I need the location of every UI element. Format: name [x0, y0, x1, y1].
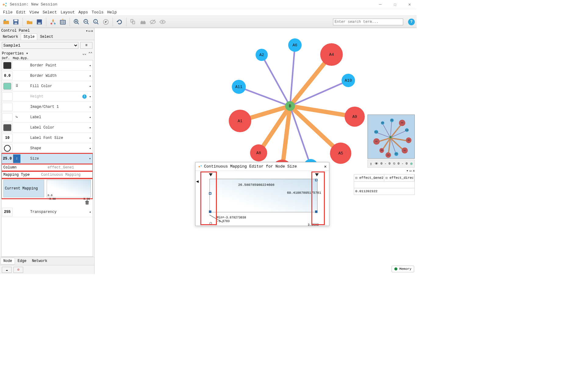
panel-dropdown-icon[interactable]: ▾ — [86, 29, 88, 33]
menu-layout[interactable]: Layout — [59, 10, 77, 15]
import-network-icon[interactable] — [49, 18, 57, 26]
zoom-in-icon[interactable] — [72, 18, 81, 26]
zoom-out-icon[interactable] — [82, 18, 91, 26]
prop-row-label-font-size[interactable]: 10Label Font Size◂ — [2, 133, 93, 143]
close-button[interactable]: ✕ — [405, 2, 414, 7]
prop-bypass[interactable] — [20, 154, 28, 163]
node-A9[interactable]: A9 — [345, 107, 365, 127]
bottom-tab-network[interactable]: Network — [29, 258, 50, 264]
menu-help[interactable]: Help — [106, 10, 119, 15]
menu-select[interactable]: Select — [41, 10, 59, 15]
cloud-icon[interactable]: ☁ — [2, 267, 12, 273]
fit-icon[interactable]: ⊕ — [410, 161, 413, 166]
current-mapping-row[interactable]: Current Mapping0.0-3.883.26 — [2, 178, 93, 199]
open-network-icon[interactable] — [25, 18, 34, 26]
prop-mapping[interactable] — [13, 72, 20, 80]
search-input[interactable] — [333, 19, 403, 25]
mapping-type-row[interactable]: Mapping TypeContinuous Mapping — [2, 171, 93, 178]
properties-dropdown-icon[interactable]: ▾ — [26, 51, 28, 56]
prop-default[interactable]: 255 — [2, 208, 13, 216]
edge-B-A2[interactable] — [261, 55, 291, 106]
node-A2[interactable]: A2 — [256, 49, 268, 61]
prop-default[interactable] — [2, 144, 13, 153]
style-menu-icon[interactable]: ≡ — [80, 42, 92, 49]
prop-mapping[interactable] — [13, 103, 20, 111]
tab-select[interactable]: Select — [37, 34, 56, 40]
prop-bypass[interactable] — [20, 103, 28, 111]
menu-apps[interactable]: Apps — [77, 10, 90, 15]
node-A11[interactable]: A11 — [232, 80, 246, 94]
open-session-icon[interactable] — [2, 18, 10, 26]
prop-bypass[interactable] — [20, 123, 28, 132]
home-icon[interactable] — [139, 18, 147, 26]
import-table-icon[interactable] — [59, 18, 67, 26]
prop-row-height[interactable]: Heighti◂ — [2, 91, 93, 102]
expand-arrow-icon[interactable]: ◂ — [87, 136, 93, 140]
menu-view[interactable]: View — [27, 10, 41, 15]
expand-arrow-icon[interactable]: ◂ — [87, 84, 93, 88]
expand-arrow-icon[interactable]: ◂ — [87, 64, 93, 67]
prop-bypass[interactable] — [20, 92, 28, 101]
panel-float-icon[interactable]: ▭ — [88, 29, 91, 33]
zoom-fit-icon[interactable]: 1 — [92, 18, 100, 26]
prop-mapping[interactable]: ↕ — [13, 154, 20, 163]
table-menu-icon[interactable]: ▾ — [406, 169, 408, 174]
refresh-icon[interactable] — [115, 18, 124, 26]
prop-row-image-chart-1[interactable]: Image/Chart 1◂ — [2, 102, 93, 112]
info-icon[interactable]: i — [82, 94, 87, 99]
table-close-icon[interactable]: ✕ — [413, 169, 415, 174]
prop-bypass[interactable] — [20, 61, 28, 70]
expand-arrow-icon[interactable]: ◂ — [87, 95, 93, 98]
eye-slash-icon[interactable]: ⦸ — [393, 162, 395, 165]
prop-bypass[interactable] — [20, 208, 28, 216]
col-effect-gene2[interactable]: ▥ effect_Gene2 — [354, 175, 384, 181]
prop-row-shape[interactable]: Shape◂ — [2, 143, 93, 154]
memory-button[interactable]: Memory — [392, 266, 414, 272]
prop-mapping[interactable] — [13, 123, 20, 132]
prop-bypass[interactable] — [20, 144, 28, 153]
prop-bypass[interactable] — [20, 82, 28, 90]
prop-mapping[interactable] — [13, 208, 20, 216]
prop-default[interactable] — [2, 92, 13, 101]
prop-default[interactable] — [2, 103, 13, 111]
bottom-tab-node[interactable]: Node — [1, 258, 15, 264]
node-A10[interactable]: A10 — [342, 74, 355, 87]
tab-style[interactable]: Style — [21, 34, 37, 40]
prop-row-transparency[interactable]: 255Transparency◂ — [2, 207, 93, 217]
minimize-button[interactable]: — — [376, 2, 385, 7]
prop-default[interactable] — [2, 82, 13, 90]
expand-arrow-icon[interactable]: ◂ — [87, 126, 93, 129]
prop-default[interactable]: 25.0 — [2, 154, 13, 163]
prop-default[interactable] — [2, 123, 13, 132]
menu-tools[interactable]: Tools — [90, 10, 106, 15]
expand-arrow-icon[interactable]: ◂ — [87, 74, 93, 78]
collapse-all-icon[interactable]: ⌄⌄ — [82, 52, 86, 55]
node-A4[interactable]: A4 — [320, 43, 343, 66]
prop-row-size[interactable]: 25.0↕Size▾ — [2, 154, 93, 164]
prop-default[interactable] — [2, 61, 13, 70]
prop-default[interactable] — [2, 113, 13, 122]
prop-mapping[interactable] — [13, 61, 20, 70]
col-effect-direction[interactable]: ▥ effect_direction_Gen — [384, 175, 414, 181]
bottom-tab-edge[interactable]: Edge — [15, 258, 29, 264]
edge-B-A11[interactable] — [238, 86, 290, 107]
stop-icon[interactable]: ⊘ — [13, 267, 23, 273]
prop-default[interactable]: 10 — [2, 134, 13, 142]
apply-layout-icon[interactable] — [102, 18, 110, 26]
prop-mapping[interactable]: ⠿ — [13, 82, 20, 90]
prop-bypass[interactable] — [20, 113, 28, 122]
expand-arrow-icon[interactable]: ◂ — [87, 105, 93, 109]
network-view[interactable]: BA1A2A3A4A5A6A7A8A9A10A11 BA1A2A3A4A5A6A… — [95, 28, 417, 274]
mapping-column-row[interactable]: Columneffect_Gene1 — [2, 164, 93, 171]
prop-default[interactable]: 0.0 — [2, 72, 13, 80]
node-A5[interactable]: A5 — [330, 143, 351, 164]
eye-icon[interactable]: 👁 — [375, 162, 378, 166]
maximize-button[interactable]: ☐ — [390, 2, 400, 7]
expand-arrow-icon[interactable]: ◂ — [87, 115, 93, 119]
style-selector[interactable]: Sample1 — [2, 42, 78, 49]
delete-mapping-icon[interactable]: 🗑 — [85, 200, 90, 206]
prop-row-border-width[interactable]: 0.0Border Width◂ — [2, 71, 93, 81]
help-icon[interactable]: ? — [408, 19, 415, 25]
prop-row-fill-color[interactable]: ⠿Fill Color◂ — [2, 81, 93, 91]
menu-file[interactable]: File — [1, 10, 14, 15]
